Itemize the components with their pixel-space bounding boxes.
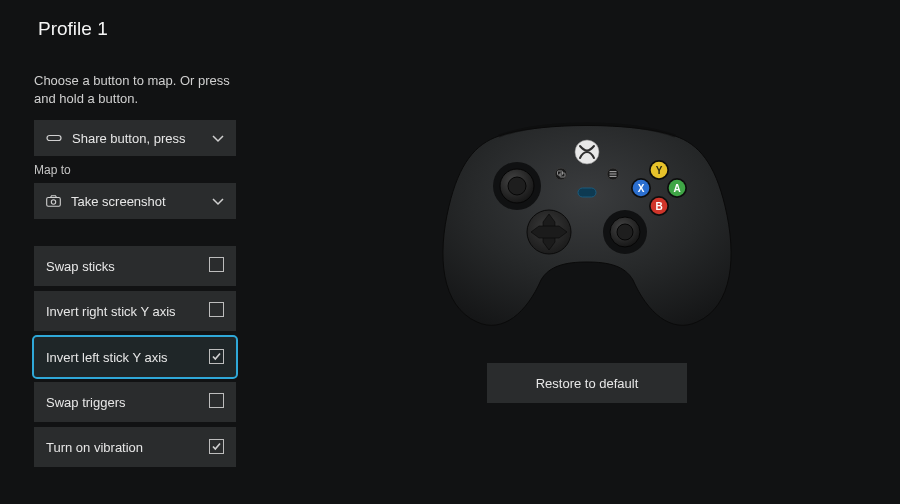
svg-text:Y: Y <box>656 165 663 176</box>
svg-rect-12 <box>610 176 617 177</box>
share-button-icon <box>46 133 62 143</box>
option-label: Swap triggers <box>46 395 125 410</box>
svg-text:B: B <box>655 201 662 212</box>
map-to-action-value: Take screenshot <box>71 194 166 209</box>
page-title: Profile 1 <box>38 18 108 40</box>
chevron-down-icon <box>212 131 224 146</box>
button-to-map-dropdown[interactable]: Share button, press <box>34 120 236 156</box>
svg-rect-11 <box>610 173 617 174</box>
option-label: Invert right stick Y axis <box>46 304 176 319</box>
option-label: Swap sticks <box>46 259 115 274</box>
svg-rect-10 <box>610 171 617 172</box>
svg-text:A: A <box>673 183 680 194</box>
map-to-label: Map to <box>34 163 71 177</box>
invert-right-stick-y-toggle[interactable]: Invert right stick Y axis <box>34 291 236 331</box>
turn-on-vibration-toggle[interactable]: Turn on vibration <box>34 427 236 467</box>
restore-label: Restore to default <box>536 376 639 391</box>
option-label: Invert left stick Y axis <box>46 350 168 365</box>
map-to-action-dropdown[interactable]: Take screenshot <box>34 183 236 219</box>
option-label: Turn on vibration <box>46 440 143 455</box>
restore-to-default-button[interactable]: Restore to default <box>487 363 687 403</box>
checkbox-icon <box>209 393 224 411</box>
svg-rect-0 <box>47 136 61 141</box>
checkbox-checked-icon <box>209 349 224 365</box>
checkbox-icon <box>209 302 224 320</box>
camera-icon <box>46 195 61 207</box>
controller-image: B X Y A <box>437 116 737 336</box>
checkbox-icon <box>209 257 224 275</box>
svg-point-18 <box>617 224 633 240</box>
svg-text:X: X <box>638 183 645 194</box>
invert-left-stick-y-toggle[interactable]: Invert left stick Y axis <box>34 337 236 377</box>
svg-rect-8 <box>578 188 596 197</box>
mapping-instruction: Choose a button to map. Or press and hol… <box>34 72 234 108</box>
svg-point-15 <box>508 177 526 195</box>
swap-sticks-toggle[interactable]: Swap sticks <box>34 246 236 286</box>
checkbox-checked-icon <box>209 439 224 455</box>
swap-triggers-toggle[interactable]: Swap triggers <box>34 382 236 422</box>
svg-point-2 <box>51 200 55 204</box>
svg-rect-1 <box>47 198 61 207</box>
chevron-down-icon <box>212 194 224 209</box>
button-to-map-value: Share button, press <box>72 131 185 146</box>
